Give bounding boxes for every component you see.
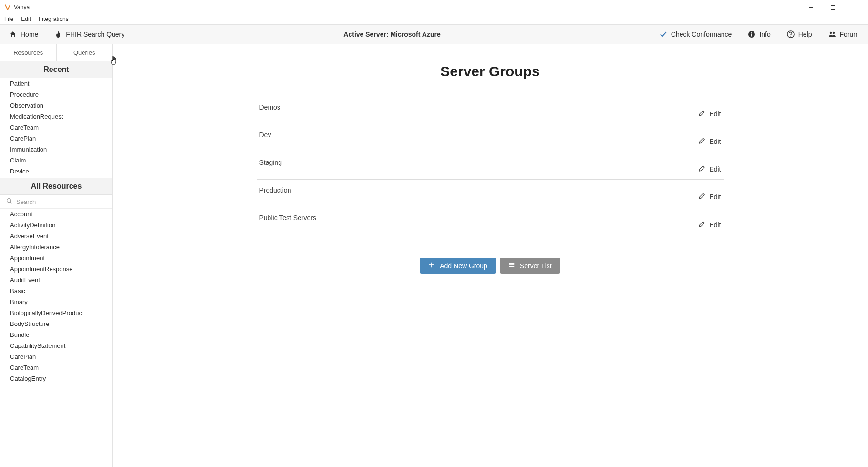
svg-rect-18 xyxy=(509,266,515,267)
menubar: File Edit Integrations xyxy=(0,14,868,24)
edit-label: Edit xyxy=(709,110,721,118)
recent-item[interactable]: Device xyxy=(0,166,112,177)
info-icon xyxy=(748,30,755,38)
group-row: Demos Edit xyxy=(257,97,724,124)
fhir-query-button[interactable]: FHIR Search Query xyxy=(54,30,124,38)
tab-queries[interactable]: Queries xyxy=(57,44,113,61)
help-label: Help xyxy=(798,30,812,38)
help-button[interactable]: Help xyxy=(787,30,812,38)
resource-item[interactable]: BodyStructure xyxy=(0,318,112,329)
app-icon xyxy=(4,4,11,10)
window-maximize-button[interactable] xyxy=(822,0,844,14)
edit-label: Edit xyxy=(709,221,721,229)
group-name: Production xyxy=(259,185,291,194)
edit-label: Edit xyxy=(709,138,721,145)
check-conformance-button[interactable]: Check Conformance xyxy=(660,30,732,38)
info-label: Info xyxy=(759,30,770,38)
resource-item[interactable]: AuditEvent xyxy=(0,274,112,285)
resource-item[interactable]: ActivityDefinition xyxy=(0,220,112,231)
menu-integrations[interactable]: Integrations xyxy=(39,16,69,22)
svg-rect-6 xyxy=(751,34,752,37)
resource-item[interactable]: Basic xyxy=(0,285,112,296)
group-name: Public Test Servers xyxy=(259,213,317,222)
forum-button[interactable]: Forum xyxy=(828,30,859,38)
add-new-group-label: Add New Group xyxy=(440,262,487,270)
active-server-label: Active Server: Microsoft Azure xyxy=(124,30,659,38)
recent-item[interactable]: CareTeam xyxy=(0,122,112,133)
recent-item[interactable]: MedicationRequest xyxy=(0,111,112,122)
add-new-group-button[interactable]: Add New Group xyxy=(420,258,496,274)
edit-group-button[interactable]: Edit xyxy=(698,165,721,173)
svg-point-9 xyxy=(829,32,831,34)
edit-group-button[interactable]: Edit xyxy=(698,137,721,146)
menu-edit[interactable]: Edit xyxy=(21,16,31,22)
group-name: Staging xyxy=(259,158,282,166)
resource-item[interactable]: AdverseEvent xyxy=(0,231,112,242)
window-close-button[interactable] xyxy=(844,0,866,14)
search-box[interactable] xyxy=(0,195,112,209)
resource-item[interactable]: CatalogEntry xyxy=(0,373,112,384)
svg-rect-1 xyxy=(831,5,835,9)
search-icon xyxy=(6,198,12,205)
svg-point-10 xyxy=(832,32,834,34)
list-icon xyxy=(508,262,515,270)
fhir-query-label: FHIR Search Query xyxy=(66,30,124,38)
recent-item[interactable]: Claim xyxy=(0,155,112,166)
resource-item[interactable]: Appointment xyxy=(0,253,112,264)
resource-item[interactable]: BiologicallyDerivedProduct xyxy=(0,307,112,318)
edit-icon xyxy=(698,221,705,229)
svg-point-8 xyxy=(790,36,791,37)
recent-item[interactable]: Procedure xyxy=(0,89,112,100)
edit-icon xyxy=(698,193,705,201)
recent-item[interactable]: Patient xyxy=(0,78,112,89)
tab-resources[interactable]: Resources xyxy=(0,44,57,61)
svg-line-12 xyxy=(10,202,12,203)
content-area: Server Groups Demos Edit Dev Edit xyxy=(113,44,868,467)
resource-item[interactable]: Account xyxy=(0,209,112,220)
group-name: Dev xyxy=(259,130,271,139)
recent-item[interactable]: CarePlan xyxy=(0,133,112,144)
resource-item[interactable]: AllergyIntolerance xyxy=(0,242,112,253)
edit-group-button[interactable]: Edit xyxy=(698,193,721,201)
window-titlebar: Vanya xyxy=(0,0,868,14)
window-minimize-button[interactable] xyxy=(800,0,822,14)
edit-icon xyxy=(698,165,705,173)
home-icon xyxy=(9,30,17,38)
sidebar: Resources Queries Recent Patient Procedu… xyxy=(0,44,113,467)
home-button[interactable]: Home xyxy=(9,30,38,38)
search-input[interactable] xyxy=(16,198,106,205)
check-conformance-label: Check Conformance xyxy=(671,30,732,38)
server-groups-list: Demos Edit Dev Edit Staging xyxy=(257,97,724,235)
recent-item[interactable]: Immunization xyxy=(0,144,112,155)
recent-list: Patient Procedure Observation Medication… xyxy=(0,78,112,178)
edit-icon xyxy=(698,110,705,118)
recent-header: Recent xyxy=(0,61,112,78)
server-list-button[interactable]: Server List xyxy=(500,258,560,274)
plus-icon xyxy=(428,262,435,270)
resource-item[interactable]: CarePlan xyxy=(0,351,112,362)
group-row: Public Test Servers Edit xyxy=(257,207,724,235)
menu-file[interactable]: File xyxy=(4,16,13,22)
edit-label: Edit xyxy=(709,165,721,173)
recent-item[interactable]: Observation xyxy=(0,100,112,111)
server-list-label: Server List xyxy=(520,262,552,270)
resource-item[interactable]: CareTeam xyxy=(0,362,112,373)
resource-item[interactable]: CapabilityStatement xyxy=(0,340,112,351)
group-row: Production Edit xyxy=(257,180,724,207)
info-button[interactable]: Info xyxy=(748,30,770,38)
toolbar: Home FHIR Search Query Active Server: Mi… xyxy=(0,24,868,44)
app-title: Vanya xyxy=(14,4,30,10)
page-title: Server Groups xyxy=(141,63,839,80)
edit-icon xyxy=(698,137,705,146)
group-row: Staging Edit xyxy=(257,152,724,180)
edit-group-button[interactable]: Edit xyxy=(698,221,721,229)
resource-item[interactable]: AppointmentResponse xyxy=(0,264,112,274)
all-resources-list: Account ActivityDefinition AdverseEvent … xyxy=(0,209,112,467)
svg-rect-16 xyxy=(509,263,515,264)
svg-point-5 xyxy=(751,32,752,33)
resource-item[interactable]: Binary xyxy=(0,296,112,307)
resource-item[interactable]: Bundle xyxy=(0,329,112,340)
users-icon xyxy=(828,30,836,38)
edit-group-button[interactable]: Edit xyxy=(698,110,721,118)
edit-label: Edit xyxy=(709,193,721,201)
